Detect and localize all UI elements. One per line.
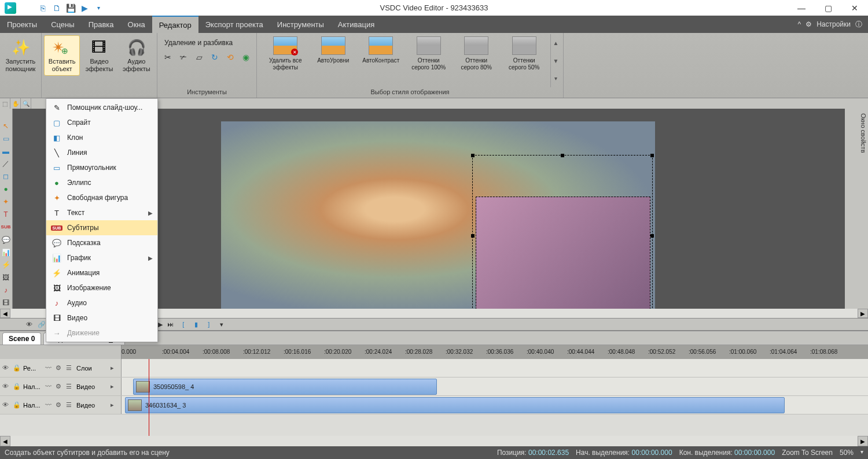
line-tool-icon[interactable]: ／ bbox=[0, 158, 12, 170]
tool-zoom-icon[interactable]: 🔍 bbox=[21, 98, 31, 109]
dd-item-подсказка[interactable]: 💬Подсказка bbox=[46, 235, 157, 250]
gallery-more-icon[interactable]: ▾ bbox=[551, 69, 561, 87]
stabilize-icon[interactable]: ◉ bbox=[240, 50, 252, 64]
eye-icon[interactable]: 👁 bbox=[2, 364, 10, 372]
dd-item-эллипс[interactable]: ●Эллипс bbox=[46, 175, 157, 190]
list-icon[interactable]: ☰ bbox=[66, 401, 74, 409]
pip-video-frame[interactable] bbox=[476, 197, 650, 309]
eye-icon[interactable]: 👁 bbox=[2, 401, 10, 409]
dd-item-клон[interactable]: ◧Клон bbox=[46, 130, 157, 145]
crop-icon[interactable]: ▱ bbox=[193, 50, 205, 64]
canvas-scrollbar[interactable] bbox=[845, 109, 855, 309]
preview-canvas[interactable] bbox=[221, 121, 655, 309]
style-item-5[interactable]: Оттенкисерого 50% bbox=[503, 36, 546, 71]
dd-item-субтитры[interactable]: SUBСубтитры bbox=[46, 220, 157, 235]
canvas-scroll-right[interactable]: ▶ bbox=[858, 309, 868, 318]
rect2-tool-icon[interactable]: ▬ bbox=[0, 146, 12, 157]
menu-editor[interactable]: Редактор bbox=[152, 16, 198, 33]
track[interactable] bbox=[122, 359, 868, 377]
minimize-button[interactable]: — bbox=[788, 0, 815, 16]
menu-export[interactable]: Экспорт проекта bbox=[198, 16, 270, 33]
close-button[interactable]: ✕ bbox=[841, 0, 868, 16]
cut-icon[interactable]: ✂ bbox=[162, 50, 174, 64]
zoom-dropdown-icon[interactable]: ▾ bbox=[860, 449, 863, 457]
dd-item-прямоугольник[interactable]: ▭Прямоугольник bbox=[46, 160, 157, 175]
text-tool-icon[interactable]: T bbox=[0, 209, 12, 220]
style-item-2[interactable]: АвтоКонтраст bbox=[359, 36, 403, 64]
timeline-ruler[interactable]: 0.000:00:04.004:00:08.008:00:12.012:00:1… bbox=[122, 345, 868, 359]
dd-item-текст[interactable]: TТекст▶ bbox=[46, 205, 157, 220]
playhead[interactable] bbox=[149, 359, 149, 377]
style-item-0[interactable]: ✕Удалить всеэффекты bbox=[264, 36, 307, 71]
list-icon[interactable]: ☰ bbox=[66, 364, 74, 372]
wizard-button[interactable]: ✨ Запустить помощник bbox=[2, 35, 39, 76]
info-icon[interactable]: ⓘ bbox=[855, 20, 862, 29]
insert-object-button[interactable]: ✴⊕ Вставить объект bbox=[44, 35, 80, 76]
fx-icon[interactable]: ⚙ bbox=[56, 364, 64, 372]
shape-tool-icon[interactable]: ◻ bbox=[0, 171, 12, 182]
tp-more-icon[interactable]: ▾ bbox=[216, 319, 227, 330]
dd-item-анимация[interactable]: ⚡Анимация bbox=[46, 265, 157, 280]
clip[interactable]: 346031634_ 3 bbox=[125, 397, 785, 413]
lock-icon[interactable]: 🔒 bbox=[13, 364, 21, 372]
maximize-button[interactable]: ▢ bbox=[815, 0, 841, 16]
tool-selector-icon[interactable]: ⬚ bbox=[0, 98, 10, 109]
new-icon[interactable]: ⎘ bbox=[38, 3, 47, 13]
settings-link[interactable]: Настройки bbox=[816, 20, 851, 28]
style-item-4[interactable]: Оттенкисерого 80% bbox=[455, 36, 498, 71]
menu-tools[interactable]: Инструменты bbox=[270, 16, 331, 33]
lock-icon[interactable]: 🔒 bbox=[13, 401, 21, 409]
dd-item-видео[interactable]: 🎞Видео bbox=[46, 310, 157, 325]
tp-mark-out-icon[interactable]: ] bbox=[203, 319, 215, 330]
style-item-1[interactable]: АвтоУровни bbox=[312, 36, 355, 64]
style-item-3[interactable]: Оттенкисерого 100% bbox=[407, 36, 451, 71]
tp-last-icon[interactable]: ⏭ bbox=[165, 319, 176, 330]
video-effects-button[interactable]: 🎞 Видео эффекты bbox=[81, 35, 117, 76]
dd-item-изображение[interactable]: 🖼Изображение bbox=[46, 280, 157, 295]
chevron-icon[interactable]: ▸ bbox=[111, 383, 119, 391]
tl-scroll-right[interactable]: ▶ bbox=[858, 436, 868, 446]
menu-windows[interactable]: Окна bbox=[121, 16, 152, 33]
scissors-icon[interactable]: ✃ bbox=[178, 50, 190, 64]
play-icon[interactable]: ▶ bbox=[80, 3, 89, 13]
save-icon[interactable]: 💾 bbox=[66, 3, 75, 13]
tl-scroll-left[interactable]: ◀ bbox=[0, 436, 10, 446]
rot90-icon[interactable]: ⟲ bbox=[224, 50, 236, 64]
canvas-scroll-left[interactable]: ◀ bbox=[0, 309, 10, 318]
dd-item-спрайт[interactable]: ▢Спрайт bbox=[46, 115, 157, 130]
tp-mark-in-icon[interactable]: [ bbox=[178, 319, 189, 330]
zoom-label[interactable]: Zoom To Screen bbox=[782, 449, 833, 457]
image-tool-icon[interactable]: 🖼 bbox=[0, 272, 12, 283]
list-icon[interactable]: ☰ bbox=[66, 383, 74, 391]
tp-range-icon[interactable]: ▮ bbox=[190, 319, 202, 330]
dd-item-свободная-фигура[interactable]: ✦Свободная фигура bbox=[46, 190, 157, 205]
menu-projects[interactable]: Проекты bbox=[0, 16, 44, 33]
tp-eye-icon[interactable]: 👁 bbox=[23, 319, 35, 330]
chevron-icon[interactable]: ▸ bbox=[111, 364, 119, 372]
rect-tool-icon[interactable]: ▭ bbox=[0, 133, 12, 145]
track[interactable]: 350950598_ 4 bbox=[122, 377, 868, 395]
dd-item-помощник-слайд-шоу-[interactable]: ✎Помощник слайд-шоу... bbox=[46, 100, 157, 115]
wave-icon[interactable]: 〰 bbox=[45, 383, 53, 391]
open-icon[interactable]: 🗋 bbox=[52, 3, 61, 13]
dd-item-линия[interactable]: ╲Линия bbox=[46, 145, 157, 160]
track[interactable]: 346031634_ 3 bbox=[122, 396, 868, 414]
properties-panel-tab[interactable]: Окно свойств bbox=[855, 109, 868, 309]
rotate-icon[interactable]: ↻ bbox=[208, 50, 220, 64]
tip-tool-icon[interactable]: 💬 bbox=[0, 234, 12, 246]
help-icon[interactable]: ^ bbox=[798, 20, 801, 28]
sub-tool-icon[interactable]: SUB bbox=[0, 221, 12, 233]
video-tool-icon[interactable]: 🎞 bbox=[0, 297, 12, 309]
qat-dropdown-icon[interactable]: ▾ bbox=[94, 3, 103, 13]
dd-item-график[interactable]: 📊График▶ bbox=[46, 250, 157, 265]
tl-scroll-track[interactable] bbox=[10, 436, 858, 446]
fx-icon[interactable]: ⚙ bbox=[56, 401, 64, 409]
free-tool-icon[interactable]: ✦ bbox=[0, 196, 12, 208]
gallery-down-icon[interactable]: ▼ bbox=[551, 52, 561, 70]
audio-tool-icon[interactable]: ♪ bbox=[0, 284, 12, 296]
gallery-up-icon[interactable]: ▲ bbox=[551, 34, 561, 52]
clip[interactable]: 350950598_ 4 bbox=[133, 379, 437, 395]
menu-activation[interactable]: Активация bbox=[331, 16, 381, 33]
eye-icon[interactable]: 👁 bbox=[2, 383, 10, 391]
ellipse-tool-icon[interactable]: ● bbox=[0, 183, 12, 195]
